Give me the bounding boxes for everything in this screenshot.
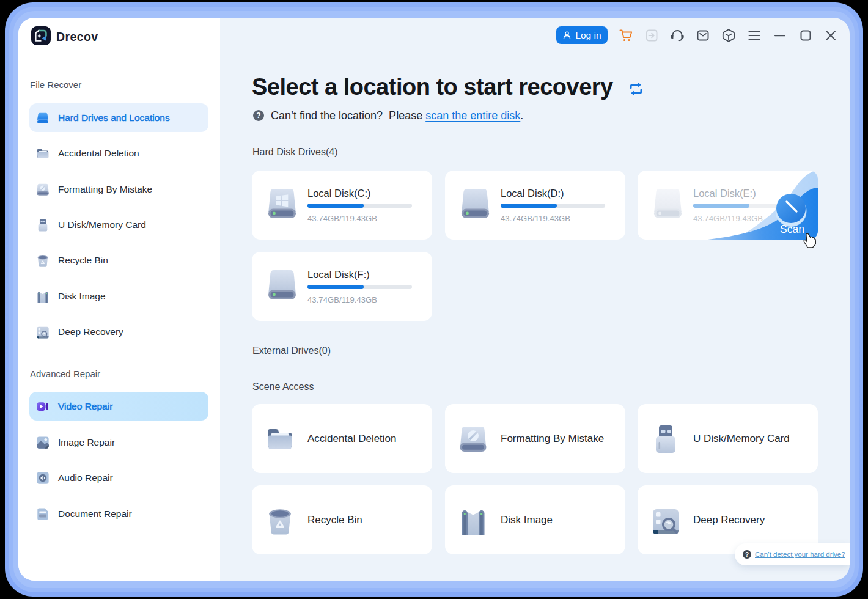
svg-text:Scan: Scan xyxy=(780,223,804,235)
